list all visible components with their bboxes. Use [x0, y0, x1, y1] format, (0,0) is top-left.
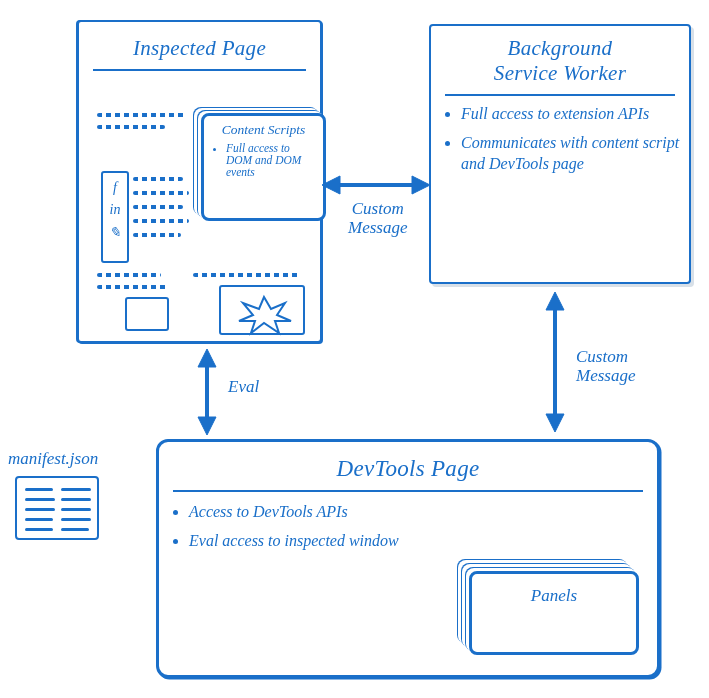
doodle-box — [125, 297, 169, 331]
content-scripts-box: Content Scripts Full access to DOM and D… — [201, 113, 326, 221]
label-eval: Eval — [228, 378, 259, 397]
starburst-icon — [221, 287, 307, 337]
arrow-eval — [192, 349, 222, 435]
inspected-page-title: Inspected Page — [79, 22, 320, 67]
divider — [173, 490, 643, 492]
doodle-starburst — [219, 285, 305, 335]
svg-marker-2 — [412, 176, 430, 194]
panels-box: Panels — [469, 571, 639, 655]
svg-marker-4 — [198, 349, 216, 367]
facebook-icon: f — [103, 177, 127, 199]
twitter-icon: ✎ — [103, 222, 127, 244]
bgworker-title: Background Service Worker — [431, 26, 689, 92]
bgworker-bullet-2: Communicates with content script and Dev… — [461, 133, 689, 175]
background-service-worker-box: Background Service Worker Full access to… — [429, 24, 691, 284]
arrow-inspected-bgworker — [322, 170, 430, 200]
content-scripts-bullet: Full access to DOM and DOM events — [226, 142, 317, 178]
arrow-custom-message-right — [540, 292, 570, 432]
svg-marker-8 — [546, 414, 564, 432]
social-strip: f in ✎ — [101, 171, 129, 263]
inspected-page-content-area: f in ✎ Content Scripts Full access to DO… — [89, 107, 310, 331]
devtools-page-box: DevTools Page Access to DevTools APIs Ev… — [156, 439, 660, 678]
devtools-bullet-1: Access to DevTools APIs — [189, 502, 457, 523]
manifest-box — [15, 476, 99, 540]
panels-title: Panels — [472, 586, 636, 606]
bgworker-bullet-1: Full access to extension APIs — [461, 104, 689, 125]
content-scripts-title: Content Scripts — [210, 122, 317, 138]
divider — [93, 69, 306, 71]
inspected-page-box: Inspected Page f in ✎ Content Scripts Fu… — [77, 20, 322, 343]
svg-marker-5 — [198, 417, 216, 435]
label-custom-message-top: Custom Message — [348, 200, 407, 237]
devtools-bullet-2: Eval access to inspected window — [189, 531, 457, 552]
manifest-label: manifest.json — [8, 450, 98, 469]
label-custom-message-right: Custom Message — [576, 348, 635, 385]
svg-marker-1 — [322, 176, 340, 194]
svg-marker-7 — [546, 292, 564, 310]
devtools-title: DevTools Page — [159, 442, 657, 488]
linkedin-icon: in — [103, 199, 127, 221]
divider — [445, 94, 675, 96]
